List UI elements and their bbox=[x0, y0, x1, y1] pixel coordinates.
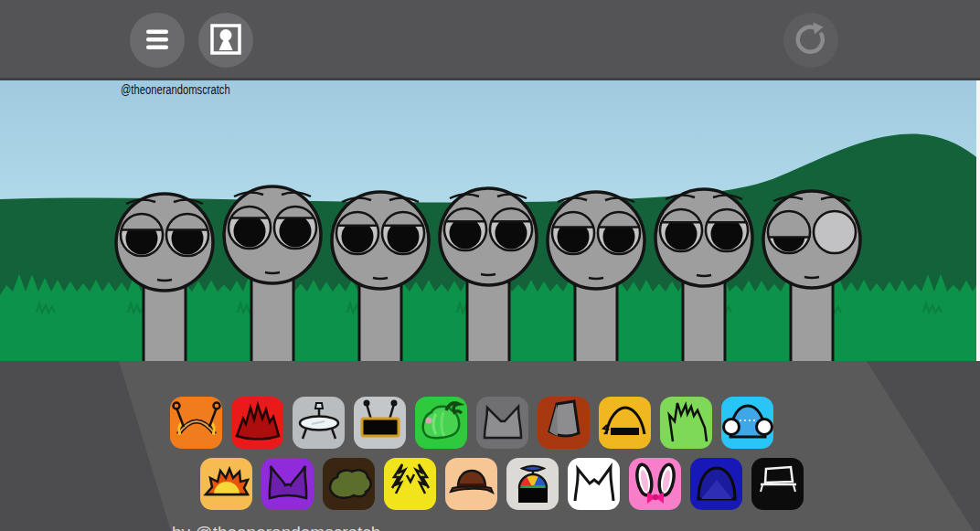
menu-button[interactable] bbox=[130, 13, 185, 68]
sound-grass-spikes[interactable] bbox=[660, 397, 712, 449]
sound-lightning-bolts[interactable] bbox=[384, 458, 436, 510]
gray-cat-ears-icon bbox=[477, 396, 528, 450]
blue-monkey-hat-icon bbox=[722, 396, 773, 450]
footer-credit: by @theonerandomscratch bbox=[172, 523, 380, 531]
sound-robot-visor[interactable] bbox=[354, 397, 406, 449]
robot-visor-icon bbox=[355, 396, 406, 450]
gold-dome-hat-icon bbox=[600, 396, 651, 450]
sound-gray-cat-ears[interactable] bbox=[476, 397, 528, 449]
sound-black-brim-hat[interactable] bbox=[751, 458, 804, 510]
fez-hat-icon bbox=[538, 396, 590, 450]
sunrise-crown-icon bbox=[201, 457, 252, 511]
purple-horns-icon bbox=[262, 457, 314, 511]
stage-edge-strip bbox=[976, 80, 980, 361]
grass-spikes-icon bbox=[661, 396, 712, 450]
black-brim-hat-icon bbox=[752, 457, 804, 511]
bush-hair-icon bbox=[324, 457, 375, 511]
reset-arrow-icon bbox=[791, 19, 831, 62]
sound-antennae-hat[interactable] bbox=[170, 397, 222, 449]
sound-fez-hat[interactable] bbox=[538, 397, 590, 449]
sound-white-cat-ears[interactable] bbox=[568, 458, 620, 510]
sound-sunrise-crown[interactable] bbox=[200, 458, 252, 510]
top-bar bbox=[0, 0, 980, 80]
lightning-bolts-icon bbox=[385, 457, 436, 511]
character-frame-icon bbox=[206, 19, 246, 62]
game-window: @theonerandomscratch bbox=[0, 0, 980, 531]
hamburger-icon bbox=[137, 19, 177, 62]
white-cat-ears-icon bbox=[569, 457, 620, 511]
sound-bush-hair[interactable] bbox=[323, 458, 375, 510]
sound-green-gourd[interactable] bbox=[415, 397, 467, 449]
sound-red-spike-crown[interactable] bbox=[231, 397, 283, 449]
green-gourd-icon bbox=[416, 396, 467, 450]
sound-bunny-ears[interactable] bbox=[629, 458, 681, 510]
fedora-hat-icon bbox=[446, 457, 497, 511]
reset-button[interactable] bbox=[783, 13, 838, 68]
sound-purple-horns[interactable] bbox=[261, 458, 314, 510]
character-select-button[interactable] bbox=[198, 13, 253, 68]
antennae-hat-icon bbox=[171, 396, 222, 450]
red-spike-crown-icon bbox=[232, 396, 283, 450]
sound-fedora-hat[interactable] bbox=[445, 458, 497, 510]
blue-hood-icon bbox=[691, 457, 742, 511]
saucer-hat-icon bbox=[293, 396, 345, 450]
propeller-cap-icon bbox=[507, 457, 559, 511]
sound-gold-dome-hat[interactable] bbox=[599, 397, 651, 449]
sound-saucer-hat[interactable] bbox=[293, 397, 345, 449]
sound-blue-hood[interactable] bbox=[690, 458, 742, 510]
character[interactable] bbox=[734, 130, 889, 380]
bunny-ears-icon bbox=[630, 457, 681, 511]
sound-propeller-cap[interactable] bbox=[506, 458, 559, 510]
sound-blue-monkey-hat[interactable] bbox=[721, 397, 773, 449]
stage-scene: @theonerandomscratch bbox=[0, 80, 980, 361]
character-lineup bbox=[0, 80, 980, 361]
